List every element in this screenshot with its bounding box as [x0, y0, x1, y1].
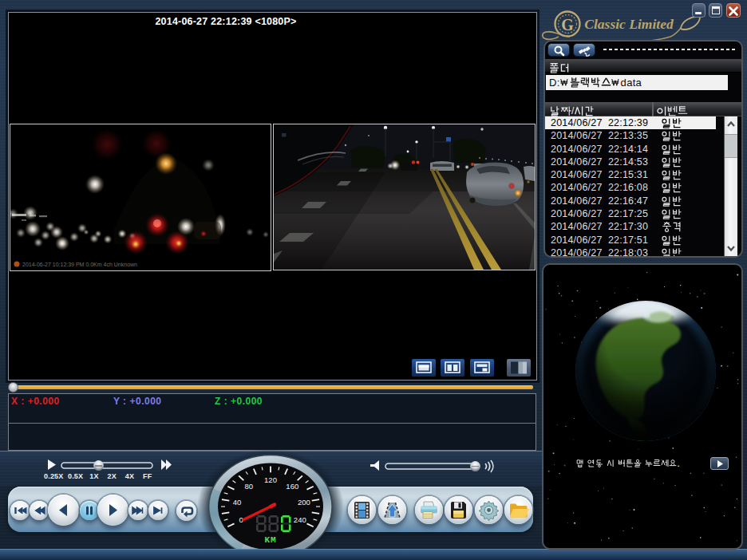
svg-text:40: 40 [233, 498, 242, 507]
svg-text:120: 120 [264, 475, 277, 484]
svg-text:200: 200 [298, 498, 310, 507]
svg-text:2014-06-27 10:12:39 PM 0.0Km: 2014-06-27 10:12:39 PM 0.0Km 4ch Unknown [22, 262, 137, 267]
svg-text:80: 80 [244, 482, 253, 491]
svg-text:G: G [561, 16, 574, 34]
svg-text:160: 160 [286, 482, 298, 491]
svg-text:KM: KM [264, 535, 276, 545]
svg-text:240: 240 [294, 515, 306, 524]
